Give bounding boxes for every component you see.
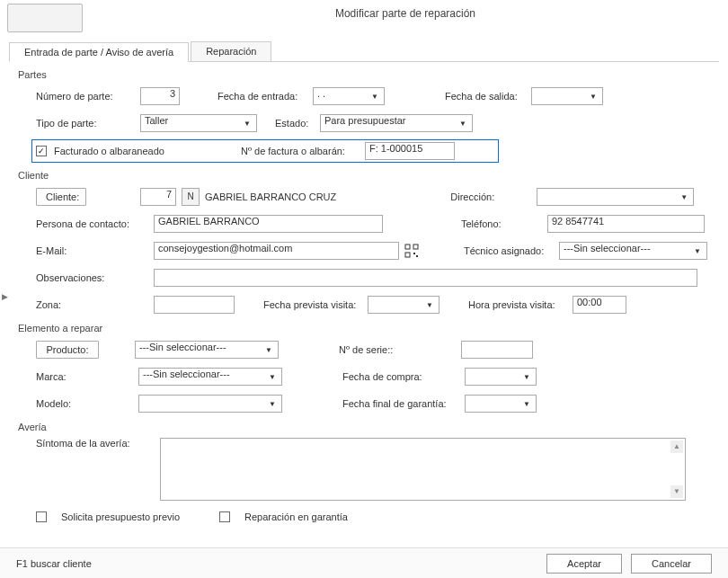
numero-parte-label: Número de parte: xyxy=(36,91,135,102)
page-title: Modificar parte de reparación xyxy=(90,4,721,20)
chevron-down-icon: ▼ xyxy=(422,297,437,313)
nfact-label: Nº de factura o albarán: xyxy=(241,146,358,156)
section-averia: Avería Síntoma de la avería: ▲ ▼ Solicit… xyxy=(18,422,710,528)
fecha-entrada-label: Fecha de entrada: xyxy=(218,91,307,102)
cancel-button[interactable]: Cancelar xyxy=(631,554,712,574)
cliente-button[interactable]: Cliente: xyxy=(36,188,86,206)
chevron-down-icon: ▼ xyxy=(262,342,276,358)
producto-value: ---Sin seleccionar--- xyxy=(139,342,226,352)
tipo-parte-label: Tipo de parte: xyxy=(36,118,135,129)
fecha-visita-select[interactable]: ▼ xyxy=(368,296,439,314)
chevron-down-icon: ▼ xyxy=(690,243,705,259)
chevron-down-icon: ▼ xyxy=(456,115,470,131)
averia-title: Avería xyxy=(18,422,710,432)
fecha-garantia-label: Fecha final de garantía: xyxy=(342,398,459,409)
facturado-checkbox[interactable]: ✓ xyxy=(36,146,47,156)
direccion-label: Dirección: xyxy=(450,191,531,202)
chevron-down-icon: ▼ xyxy=(677,189,691,205)
chevron-down-icon: ▼ xyxy=(265,369,280,385)
email-label: E-Mail: xyxy=(36,245,148,256)
fecha-salida-select[interactable]: ▼ xyxy=(531,87,603,105)
fecha-visita-label: Fecha prevista visita: xyxy=(263,299,362,310)
facturado-label: Facturado o albaraneado xyxy=(54,146,234,156)
marca-select[interactable]: ---Sin seleccionar--- ▼ xyxy=(138,368,282,386)
fecha-compra-label: Fecha de compra: xyxy=(342,371,459,382)
fecha-salida-label: Fecha de salida: xyxy=(445,91,526,102)
tab-bar: Entrada de parte / Aviso de avería Repar… xyxy=(9,41,719,62)
direccion-select[interactable]: ▼ xyxy=(537,188,694,206)
cliente-num-input[interactable]: 7 xyxy=(140,188,176,206)
tecnico-select[interactable]: ---Sin seleccionar--- ▼ xyxy=(559,242,707,260)
svg-rect-2 xyxy=(405,253,410,257)
fecha-compra-select[interactable]: ▼ xyxy=(465,368,537,386)
modelo-select[interactable]: ▼ xyxy=(138,395,282,413)
producto-button[interactable]: Producto: xyxy=(36,341,99,359)
chevron-down-icon: ▼ xyxy=(586,88,600,104)
fecha-entrada-value: . . xyxy=(317,88,325,99)
fecha-garantia-select[interactable]: ▼ xyxy=(465,395,537,413)
tab-entry[interactable]: Entrada de parte / Aviso de avería xyxy=(9,42,189,62)
zona-input[interactable] xyxy=(154,296,235,314)
header: Modificar parte de reparación xyxy=(0,0,728,38)
producto-select[interactable]: ---Sin seleccionar--- ▼ xyxy=(135,341,279,359)
side-expand-icon[interactable]: ▶ xyxy=(0,279,9,315)
facturado-row: ✓ Facturado o albaraneado Nº de factura … xyxy=(31,139,499,163)
marca-label: Marca: xyxy=(36,371,133,382)
fecha-entrada-select[interactable]: . . ▼ xyxy=(313,87,385,105)
chevron-down-icon: ▼ xyxy=(519,369,534,385)
svg-rect-3 xyxy=(413,253,415,254)
accept-button[interactable]: Aceptar xyxy=(546,554,622,574)
section-elemento: Elemento a reparar Producto: ---Sin sele… xyxy=(18,323,710,414)
estado-value: Para presupuestar xyxy=(324,115,406,126)
tecnico-label: Técnico asignado: xyxy=(464,245,554,256)
qr-icon[interactable] xyxy=(404,244,419,258)
observaciones-input[interactable] xyxy=(154,269,697,287)
section-cliente: Cliente Cliente: 7 N GABRIEL BARRANCO CR… xyxy=(18,170,710,316)
nserie-label: Nº de serie:: xyxy=(339,344,456,355)
tab-repair[interactable]: Reparación xyxy=(191,41,271,61)
section-partes: Partes Número de parte: 3 Fecha de entra… xyxy=(18,69,710,163)
chevron-down-icon: ▼ xyxy=(368,88,382,104)
elemento-title: Elemento a reparar xyxy=(18,323,710,333)
cliente-name-text: GABRIEL BARRANCO CRUZ xyxy=(205,191,336,202)
chevron-down-icon: ▼ xyxy=(265,396,280,412)
nfact-input[interactable]: F: 1-000015 xyxy=(365,142,455,160)
svg-rect-4 xyxy=(416,255,418,257)
tipo-parte-value: Taller xyxy=(145,115,168,126)
scroll-down-icon[interactable]: ▼ xyxy=(670,485,683,498)
solicita-checkbox[interactable] xyxy=(36,511,47,522)
garantia-label: Reparación en garantía xyxy=(244,511,348,522)
zona-label: Zona: xyxy=(36,299,148,310)
solicita-label: Solicita presupuesto previo xyxy=(61,511,205,522)
modelo-label: Modelo: xyxy=(36,398,133,409)
garantia-checkbox[interactable] xyxy=(219,511,230,522)
persona-input[interactable]: GABRIEL BARRANCO xyxy=(154,215,383,233)
observaciones-label: Observaciones: xyxy=(36,272,148,283)
hora-visita-input[interactable]: 00:00 xyxy=(573,296,626,314)
help-text: F1 buscar cliente xyxy=(16,558,92,569)
tecnico-value: ---Sin seleccionar--- xyxy=(564,243,651,253)
app-icon xyxy=(7,4,83,32)
svg-rect-1 xyxy=(413,245,418,249)
marca-value: ---Sin seleccionar--- xyxy=(143,369,230,379)
scroll-up-icon[interactable]: ▲ xyxy=(670,440,683,453)
telefono-input[interactable]: 92 8547741 xyxy=(547,215,705,233)
cliente-n-button[interactable]: N xyxy=(182,188,200,206)
email-input[interactable]: consejoygestion@hotmail.com xyxy=(154,242,399,260)
footer: F1 buscar cliente Aceptar Cancelar xyxy=(0,547,728,578)
svg-rect-0 xyxy=(405,245,410,249)
estado-select[interactable]: Para presupuestar ▼ xyxy=(320,114,473,132)
partes-title: Partes xyxy=(18,69,710,80)
telefono-label: Teléfono: xyxy=(461,218,542,229)
numero-parte-input[interactable]: 3 xyxy=(140,87,180,105)
nserie-input[interactable] xyxy=(461,341,533,359)
cliente-title: Cliente xyxy=(18,170,710,181)
chevron-down-icon: ▼ xyxy=(240,115,254,131)
sintoma-label: Síntoma de la avería: xyxy=(36,438,155,449)
tipo-parte-select[interactable]: Taller ▼ xyxy=(140,114,257,132)
chevron-down-icon: ▼ xyxy=(519,396,534,412)
hora-visita-label: Hora prevista visita: xyxy=(468,299,567,310)
persona-label: Persona de contacto: xyxy=(36,218,148,229)
estado-label: Estado: xyxy=(275,118,315,129)
sintoma-textarea[interactable]: ▲ ▼ xyxy=(160,438,686,501)
